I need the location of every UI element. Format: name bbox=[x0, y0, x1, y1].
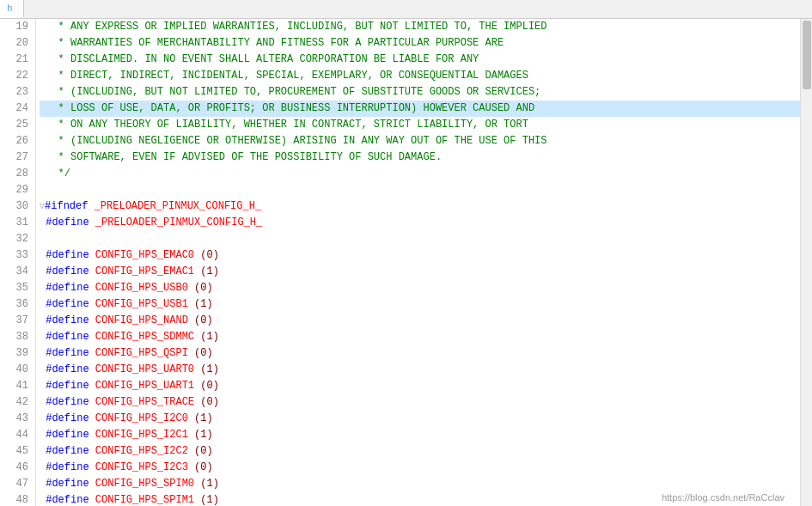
scrollbar[interactable] bbox=[800, 19, 812, 506]
code-line: #define CONFIG_HPS_USB1 (1) bbox=[40, 296, 800, 313]
line-number: 38 bbox=[3, 329, 28, 345]
code-line: * LOSS OF USE, DATA, OR PROFITS; OR BUSI… bbox=[40, 101, 800, 117]
line-number: 19 bbox=[3, 19, 28, 35]
line-number: 27 bbox=[3, 149, 28, 166]
line-number: 26 bbox=[3, 133, 28, 149]
line-number: 23 bbox=[3, 84, 28, 101]
code-line: #define CONFIG_HPS_NAND (0) bbox=[40, 313, 800, 329]
code-line: #define CONFIG_HPS_SDMMC (1) bbox=[40, 329, 800, 345]
editor-window: h 19202122232425262728293031323334353637… bbox=[0, 0, 812, 506]
line-number: 21 bbox=[3, 52, 28, 68]
line-number: 37 bbox=[3, 313, 28, 329]
code-line: * DISCLAIMED. IN NO EVENT SHALL ALTERA C… bbox=[40, 52, 800, 68]
watermark: https://blog.csdn.net/RaCclav bbox=[662, 492, 785, 503]
line-number: 45 bbox=[3, 443, 28, 460]
line-numbers: 1920212223242526272829303132333435363738… bbox=[0, 19, 36, 506]
code-line: #define CONFIG_HPS_I2C2 (0) bbox=[40, 443, 800, 460]
code-line: #define CONFIG_HPS_I2C1 (1) bbox=[40, 427, 800, 443]
line-number: 36 bbox=[3, 296, 28, 313]
code-line: #define CONFIG_HPS_TRACE (0) bbox=[40, 394, 800, 411]
line-number: 28 bbox=[3, 166, 28, 182]
code-line: * ON ANY THEORY OF LIABILITY, WHETHER IN… bbox=[40, 117, 800, 133]
line-number: 42 bbox=[3, 394, 28, 411]
code-line: #define CONFIG_HPS_QSPI (0) bbox=[40, 345, 800, 362]
line-number: 29 bbox=[3, 182, 28, 198]
line-number: 25 bbox=[3, 117, 28, 133]
file-type-icon: h bbox=[7, 3, 13, 14]
code-line: #define CONFIG_HPS_I2C3 (0) bbox=[40, 460, 800, 476]
editor-body: 1920212223242526272829303132333435363738… bbox=[0, 19, 812, 506]
code-line: #define CONFIG_HPS_USB0 (0) bbox=[40, 280, 800, 296]
line-number: 46 bbox=[3, 460, 28, 476]
code-line: * (INCLUDING NEGLIGENCE OR OTHERWISE) AR… bbox=[40, 133, 800, 149]
tab-bar: h bbox=[0, 0, 812, 19]
line-number: 31 bbox=[3, 215, 28, 231]
code-line bbox=[40, 231, 800, 247]
code-line: #define CONFIG_HPS_I2C0 (1) bbox=[40, 411, 800, 427]
line-number: 33 bbox=[3, 247, 28, 264]
code-line: * WARRANTIES OF MERCHANTABILITY AND FITN… bbox=[40, 35, 800, 52]
code-line bbox=[40, 182, 800, 198]
code-line: * SOFTWARE, EVEN IF ADVISED OF THE POSSI… bbox=[40, 149, 800, 166]
line-number: 35 bbox=[3, 280, 28, 296]
line-number: 20 bbox=[3, 35, 28, 52]
code-area[interactable]: * ANY EXPRESS OR IMPLIED WARRANTIES, INC… bbox=[36, 19, 800, 506]
code-line: * (INCLUDING, BUT NOT LIMITED TO, PROCUR… bbox=[40, 84, 800, 101]
line-number: 43 bbox=[3, 411, 28, 427]
line-number: 22 bbox=[3, 68, 28, 84]
line-number: 32 bbox=[3, 231, 28, 247]
code-line: #define CONFIG_HPS_EMAC1 (1) bbox=[40, 264, 800, 280]
line-number: 41 bbox=[3, 378, 28, 394]
code-line: #define CONFIG_HPS_SPIM0 (1) bbox=[40, 476, 800, 492]
code-line: #define CONFIG_HPS_UART0 (1) bbox=[40, 362, 800, 378]
file-tab[interactable]: h bbox=[0, 0, 24, 18]
code-line: * ANY EXPRESS OR IMPLIED WARRANTIES, INC… bbox=[40, 19, 800, 35]
line-number: 40 bbox=[3, 362, 28, 378]
line-number: 34 bbox=[3, 264, 28, 280]
code-line: ▽#ifndef _PRELOADER_PINMUX_CONFIG_H_ bbox=[40, 198, 800, 215]
scrollbar-thumb[interactable] bbox=[803, 21, 811, 89]
code-line: #define _PRELOADER_PINMUX_CONFIG_H_ bbox=[40, 215, 800, 231]
line-number: 30 bbox=[3, 198, 28, 215]
line-number: 24 bbox=[3, 101, 28, 117]
code-line: * DIRECT, INDIRECT, INCIDENTAL, SPECIAL,… bbox=[40, 68, 800, 84]
line-number: 48 bbox=[3, 492, 28, 506]
code-line: */ bbox=[40, 166, 800, 182]
line-number: 44 bbox=[3, 427, 28, 443]
line-number: 39 bbox=[3, 345, 28, 362]
line-number: 47 bbox=[3, 476, 28, 492]
code-line: #define CONFIG_HPS_EMAC0 (0) bbox=[40, 247, 800, 264]
code-line: #define CONFIG_HPS_UART1 (0) bbox=[40, 378, 800, 394]
